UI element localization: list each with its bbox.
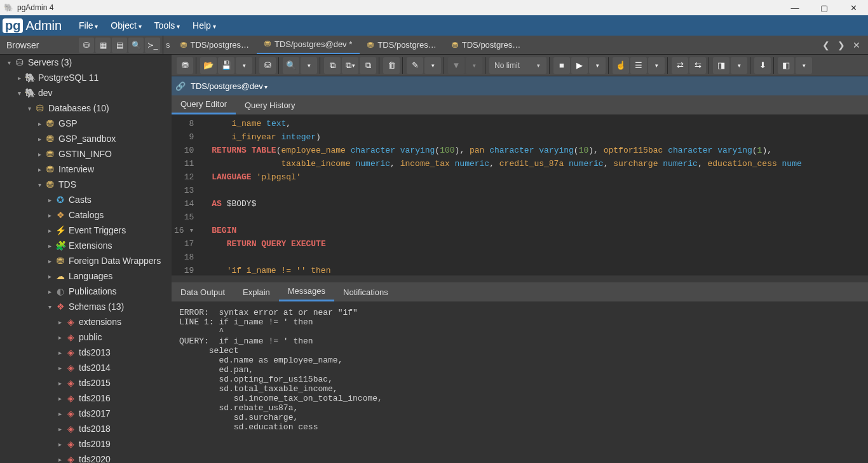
tree-item[interactable]: ◈tds2014 [0, 360, 172, 375]
tree-item[interactable]: ✪Casts [0, 192, 172, 207]
menu-file[interactable]: File [72, 20, 104, 31]
tree-caret[interactable] [34, 181, 44, 188]
tree-item[interactable]: ⛃Foreign Data Wrappers [0, 253, 172, 268]
tree-caret[interactable] [34, 166, 44, 173]
tb-filter[interactable]: ▼ [448, 57, 465, 74]
tree-caret[interactable] [55, 425, 65, 432]
tb-find[interactable]: 🔍 [283, 57, 299, 74]
menu-help[interactable]: Help [186, 20, 222, 31]
tree-caret[interactable] [44, 212, 55, 219]
tb-commit[interactable]: ⇄ [672, 57, 688, 74]
menu-object[interactable]: Object [104, 20, 147, 31]
tb-new-query[interactable]: ⛃ [177, 57, 193, 74]
tree-item[interactable]: ◈extensions [0, 314, 172, 329]
tree-item[interactable]: ❖Schemas (13) [0, 299, 172, 314]
tree-caret[interactable] [14, 74, 24, 81]
tree-item[interactable]: ☁Languages [0, 268, 172, 284]
tab-explain[interactable]: Explain [234, 282, 279, 301]
tb-clear[interactable]: ◨ [713, 57, 729, 74]
tree-caret[interactable] [55, 395, 65, 402]
window-maximize[interactable]: ▢ [810, 0, 839, 15]
tb-execute[interactable]: ▶ [571, 57, 588, 74]
tree-caret[interactable] [55, 334, 65, 341]
tree-caret[interactable] [55, 364, 65, 371]
tree-caret[interactable] [24, 105, 34, 112]
browser-tool-2[interactable]: ▦ [95, 38, 111, 53]
tb-edit-dd[interactable] [424, 57, 441, 74]
tree-caret[interactable] [44, 288, 55, 295]
tree-caret[interactable] [4, 59, 14, 66]
tree-caret[interactable] [55, 380, 65, 387]
window-minimize[interactable]: — [780, 0, 810, 15]
tree-item[interactable]: ⛁Databases (10) [0, 100, 172, 116]
tree-item[interactable]: ⛃TDS [0, 177, 172, 192]
tb-download[interactable]: ⬇ [754, 57, 771, 74]
tb-save[interactable]: 💾 [218, 57, 234, 74]
tree-item[interactable]: ⛃Interview [0, 162, 172, 177]
query-tab-3[interactable]: ⛃TDS/postgres… [444, 36, 528, 54]
browser-tree[interactable]: ⛁Servers (3)🐘PostgreSQL 11🐘dev⛁Databases… [0, 55, 172, 463]
menu-tools[interactable]: Tools [148, 20, 186, 31]
tb-open[interactable]: 📂 [200, 57, 217, 74]
tab-notifications[interactable]: Notifications [334, 282, 397, 301]
tb-paste2[interactable]: ⧉ [360, 57, 376, 74]
tb-find-replace[interactable]: ⛁ [259, 57, 276, 74]
query-tab-2[interactable]: ⛃TDS/postgres… [360, 36, 444, 54]
tree-caret[interactable] [44, 227, 55, 234]
tree-item[interactable]: ◐Publications [0, 284, 172, 299]
tree-caret[interactable] [55, 441, 65, 448]
tab-data-output[interactable]: Data Output [172, 282, 234, 301]
tree-item[interactable]: ◈tds2013 [0, 345, 172, 360]
tree-caret[interactable] [14, 90, 24, 97]
code-content[interactable]: i_name text, i_finyear integer)RETURNS T… [199, 114, 868, 275]
tb-explain[interactable]: ☝ [613, 57, 629, 74]
tb-clear-dd[interactable] [731, 57, 747, 74]
tree-item[interactable]: ◈tds2015 [0, 375, 172, 390]
tb-rollback[interactable]: ⇆ [689, 57, 706, 74]
tree-item[interactable]: 🐘PostgreSQL 11 [0, 70, 172, 85]
tree-caret[interactable] [34, 151, 44, 158]
tree-caret[interactable] [55, 410, 65, 417]
tb-find-dd[interactable] [301, 57, 317, 74]
tree-caret[interactable] [55, 319, 65, 326]
browser-tool-1[interactable]: ⛁ [79, 38, 94, 53]
tree-item[interactable]: 🐘dev [0, 85, 172, 100]
tb-save-dd[interactable] [236, 57, 252, 74]
tb-limit-select[interactable]: No limit▾ [489, 57, 546, 74]
tree-item[interactable]: ◈tds2018 [0, 421, 172, 436]
messages-output[interactable]: ERROR: syntax error at or near "if" LINE… [172, 301, 868, 463]
tab-close[interactable]: ✕ [850, 39, 863, 52]
tree-caret[interactable] [34, 135, 44, 142]
tb-macros[interactable]: ◧ [778, 57, 794, 74]
tb-edit[interactable]: ✎ [407, 57, 423, 74]
tree-item[interactable]: ⚡Event Triggers [0, 223, 172, 238]
tab-nav-next[interactable]: ❯ [835, 39, 848, 52]
tree-item[interactable]: ◈tds2020 [0, 452, 172, 463]
tree-item[interactable]: ⛁Servers (3) [0, 55, 172, 70]
editor-h-scrollbar[interactable] [172, 275, 868, 282]
tree-item[interactable]: ⛃GSP [0, 116, 172, 131]
tree-caret[interactable] [44, 197, 55, 204]
tree-item[interactable]: 🧩Extensions [0, 238, 172, 253]
tb-delete[interactable]: 🗑 [383, 57, 400, 74]
tree-item[interactable]: ◈public [0, 329, 172, 345]
tb-explain-dd[interactable] [648, 57, 665, 74]
tree-caret[interactable] [55, 349, 65, 356]
tb-copy[interactable]: ⧉ [324, 57, 341, 74]
tab-nav-prev[interactable]: ❮ [820, 39, 832, 52]
tree-caret[interactable] [55, 456, 65, 463]
tree-item[interactable]: ⛃GSP_sandbox [0, 131, 172, 146]
tb-stop[interactable]: ■ [553, 57, 570, 74]
tree-caret[interactable] [34, 120, 44, 127]
browser-tool-3[interactable]: ▤ [112, 38, 127, 53]
tree-caret[interactable] [44, 258, 55, 265]
tree-caret[interactable] [44, 242, 55, 249]
tb-filter-dd[interactable] [466, 57, 482, 74]
tb-execute-dd[interactable] [589, 57, 606, 74]
tab-query-history[interactable]: Query History [236, 95, 304, 114]
query-tab-1[interactable]: ⛃TDS/postgres@dev * [257, 36, 360, 54]
tb-explain-analyze[interactable]: ☰ [630, 57, 647, 74]
tree-item[interactable]: ❖Catalogs [0, 207, 172, 223]
tb-macros-dd[interactable] [796, 57, 812, 74]
browser-tool-search[interactable]: 🔍 [128, 38, 144, 53]
